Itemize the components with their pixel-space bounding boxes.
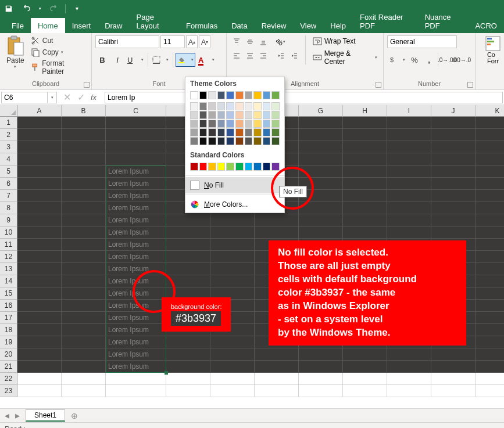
- tab-foxit[interactable]: Foxit Reader PDF: [353, 9, 418, 33]
- tab-home[interactable]: Home: [31, 18, 65, 33]
- color-swatch[interactable]: [217, 137, 226, 145]
- color-swatch[interactable]: [199, 102, 208, 110]
- align-bottom-button[interactable]: [257, 35, 270, 48]
- cell[interactable]: [210, 348, 255, 361]
- color-swatch[interactable]: [208, 91, 216, 99]
- cell[interactable]: [17, 117, 62, 129]
- cell[interactable]: [431, 214, 476, 226]
- color-swatch[interactable]: [263, 163, 271, 171]
- row-header[interactable]: 13: [0, 263, 17, 275]
- cell[interactable]: [299, 373, 343, 385]
- cell[interactable]: [62, 226, 106, 239]
- row-header[interactable]: 2: [0, 129, 17, 141]
- sheet-prev-button[interactable]: ◂: [2, 411, 12, 420]
- cell[interactable]: [299, 226, 343, 239]
- cell[interactable]: [62, 263, 106, 275]
- cell[interactable]: [476, 166, 504, 178]
- wrap-text-button[interactable]: Wrap Text: [310, 35, 380, 47]
- row-header[interactable]: 20: [0, 348, 17, 361]
- cell[interactable]: [17, 239, 62, 251]
- cell[interactable]: [17, 178, 62, 190]
- cell[interactable]: [476, 312, 504, 324]
- row-header[interactable]: 22: [0, 373, 17, 385]
- cell[interactable]: [166, 251, 210, 263]
- cell[interactable]: [343, 226, 387, 239]
- cell[interactable]: [210, 336, 255, 348]
- color-swatch[interactable]: [271, 91, 280, 99]
- cell[interactable]: Lorem Ipsum: [106, 178, 166, 190]
- column-header[interactable]: A: [17, 105, 62, 117]
- row-header[interactable]: 10: [0, 226, 17, 239]
- cell[interactable]: [62, 385, 106, 397]
- cell[interactable]: [210, 251, 255, 263]
- cell[interactable]: [62, 251, 106, 263]
- cell[interactable]: [62, 373, 106, 385]
- cell[interactable]: [299, 141, 343, 153]
- color-swatch[interactable]: [235, 163, 244, 171]
- cell[interactable]: [299, 385, 343, 397]
- cell[interactable]: [17, 166, 62, 178]
- color-swatch[interactable]: [190, 163, 198, 171]
- sheet-tab[interactable]: Sheet1: [26, 409, 65, 422]
- cell[interactable]: Lorem Ipsum: [106, 251, 166, 263]
- cell[interactable]: [431, 226, 476, 239]
- cell[interactable]: [387, 141, 431, 153]
- tab-review[interactable]: Review: [255, 18, 294, 33]
- color-swatch[interactable]: [217, 102, 226, 110]
- cell[interactable]: [387, 385, 431, 397]
- cell[interactable]: [62, 324, 106, 336]
- color-swatch[interactable]: [190, 137, 198, 145]
- row-header[interactable]: 11: [0, 239, 17, 251]
- color-swatch[interactable]: [245, 128, 253, 136]
- cell[interactable]: [476, 275, 504, 287]
- cell[interactable]: [431, 153, 476, 166]
- column-header[interactable]: I: [387, 105, 431, 117]
- cell[interactable]: [299, 348, 343, 361]
- cell[interactable]: [255, 385, 299, 397]
- color-swatch[interactable]: [208, 128, 216, 136]
- tab-acro[interactable]: ACRO: [468, 18, 504, 33]
- underline-button[interactable]: U▾: [126, 53, 145, 67]
- font-color-button[interactable]: A▾: [196, 53, 216, 67]
- cell[interactable]: [210, 214, 255, 226]
- cell[interactable]: [62, 117, 106, 129]
- cell[interactable]: Lorem Ipsum: [106, 275, 166, 287]
- color-swatch[interactable]: [226, 102, 234, 110]
- color-swatch[interactable]: [226, 163, 234, 171]
- cell[interactable]: [476, 324, 504, 336]
- cell[interactable]: [476, 117, 504, 129]
- cell[interactable]: [62, 361, 106, 373]
- align-middle-button[interactable]: [244, 35, 256, 48]
- color-swatch[interactable]: [199, 120, 208, 128]
- tab-data[interactable]: Data: [224, 18, 254, 33]
- color-swatch[interactable]: [226, 128, 234, 136]
- cell[interactable]: [106, 141, 166, 153]
- cell[interactable]: [476, 214, 504, 226]
- cell[interactable]: [299, 202, 343, 214]
- add-sheet-button[interactable]: ⊕: [69, 410, 80, 422]
- cell[interactable]: [17, 373, 62, 385]
- color-swatch[interactable]: [245, 102, 253, 110]
- row-header[interactable]: 19: [0, 336, 17, 348]
- color-swatch[interactable]: [190, 128, 198, 136]
- cell[interactable]: [431, 117, 476, 129]
- cell[interactable]: [17, 251, 62, 263]
- color-swatch[interactable]: [208, 102, 216, 110]
- cell[interactable]: [17, 275, 62, 287]
- cell[interactable]: [387, 166, 431, 178]
- cell[interactable]: [17, 129, 62, 141]
- cell[interactable]: [62, 287, 106, 300]
- color-swatch[interactable]: [263, 111, 271, 119]
- row-header[interactable]: 4: [0, 153, 17, 166]
- cell[interactable]: [62, 300, 106, 312]
- selection-handle[interactable]: [165, 371, 168, 375]
- cell[interactable]: [431, 178, 476, 190]
- color-swatch[interactable]: [199, 91, 208, 99]
- cell[interactable]: [299, 117, 343, 129]
- cut-button[interactable]: Cut: [30, 35, 88, 46]
- color-swatch[interactable]: [253, 137, 262, 145]
- cell[interactable]: [299, 214, 343, 226]
- cell[interactable]: [106, 117, 166, 129]
- cell[interactable]: Lorem Ipsum: [106, 239, 166, 251]
- color-swatch[interactable]: [245, 120, 253, 128]
